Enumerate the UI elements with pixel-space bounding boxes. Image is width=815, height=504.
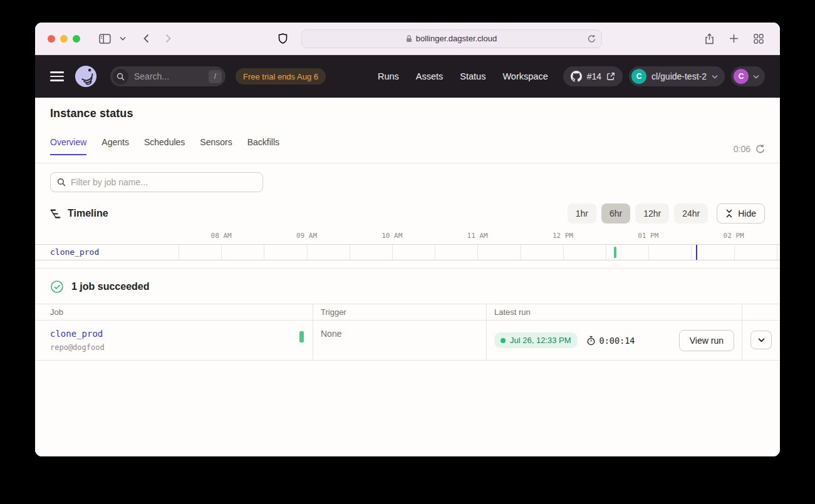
search-icon <box>57 178 66 187</box>
close-window-button[interactable] <box>48 35 55 43</box>
timeline-grid <box>179 245 780 260</box>
timeline-row: clone_prod <box>35 244 780 260</box>
zoom-window-button[interactable] <box>73 35 80 43</box>
tab-agents[interactable]: Agents <box>101 137 129 155</box>
sidebar-chevron-down-icon[interactable] <box>116 30 130 48</box>
latest-run-cell: Jul 26, 12:33 PM 0:00:14 View run <box>487 321 742 361</box>
column-header-trigger: Trigger <box>313 304 487 321</box>
address-bar[interactable]: bollinger.dagster.cloud <box>301 29 602 48</box>
jobs-table: Job Trigger Latest run clone_prod repo@d… <box>35 304 780 361</box>
job-status-tag[interactable] <box>299 331 304 342</box>
summary-row: 1 job succeeded <box>35 269 780 304</box>
back-button[interactable] <box>140 30 153 48</box>
collapse-icon <box>725 209 733 218</box>
summary-text: 1 job succeeded <box>71 281 150 292</box>
url-text: bollinger.dagster.cloud <box>416 34 497 43</box>
sidebar-toggle-icon[interactable] <box>95 30 115 48</box>
tab-backfills[interactable]: Backfills <box>247 137 279 155</box>
privacy-shield-icon[interactable] <box>274 30 291 48</box>
forward-button[interactable] <box>162 30 175 48</box>
axis-tick: 12 PM <box>553 232 573 240</box>
axis-tick: 09 AM <box>296 232 317 240</box>
row-actions-cell <box>742 321 780 361</box>
job-filter-input[interactable] <box>71 177 246 187</box>
refresh-icon[interactable] <box>755 144 765 154</box>
now-cursor <box>696 245 697 260</box>
view-run-button[interactable]: View run <box>679 330 734 351</box>
run-duration: 0:00:14 <box>586 336 635 346</box>
instance-status-page: Instance status Overview Agents Schedule… <box>35 98 780 456</box>
job-repo: repo@dogfood <box>50 343 305 352</box>
axis-tick: 01 PM <box>638 232 658 240</box>
timeline-axis: 08 AM 09 AM 10 AM 11 AM 12 PM 01 PM 02 P… <box>179 224 780 244</box>
user-menu[interactable]: C <box>731 66 765 86</box>
chevron-down-icon <box>712 75 718 79</box>
run-time-badge[interactable]: Jul 26, 12:33 PM <box>494 332 578 348</box>
reload-icon[interactable] <box>588 34 596 43</box>
axis-tick: 11 AM <box>467 232 488 240</box>
page-header: Instance status Overview Agents Schedule… <box>35 98 780 163</box>
range-6hr-button[interactable]: 6hr <box>601 203 630 224</box>
new-tab-icon[interactable] <box>725 30 742 48</box>
range-24hr-button[interactable]: 24hr <box>674 203 708 224</box>
user-avatar: C <box>734 69 749 84</box>
timeline-title: Timeline <box>68 208 108 219</box>
column-header-actions <box>742 304 780 321</box>
browser-window: bollinger.dagster.cloud <box>35 23 780 456</box>
nav-link-assets[interactable]: Assets <box>416 71 444 81</box>
traffic-lights <box>48 35 80 43</box>
deployment-switcher[interactable]: C cl/guide-test-2 <box>629 66 725 86</box>
page-title: Instance status <box>50 107 765 120</box>
stopwatch-icon <box>586 336 596 346</box>
row-menu-button[interactable] <box>750 331 772 349</box>
column-header-job: Job <box>35 304 313 321</box>
column-header-latest-run: Latest run <box>487 304 742 321</box>
duration-text: 0:00:14 <box>600 336 635 346</box>
tab-bar: Overview Agents Schedules Sensors Backfi… <box>50 137 765 155</box>
range-12hr-button[interactable]: 12hr <box>635 203 669 224</box>
timeline-header: Timeline 1hr 6hr 12hr 24hr Hide <box>50 203 765 224</box>
trial-badge[interactable]: Free trial ends Aug 6 <box>236 68 326 85</box>
app-navbar: Search... / Free trial ends Aug 6 Runs A… <box>35 55 780 98</box>
menu-icon[interactable] <box>50 71 64 81</box>
tab-overview[interactable]: Overview <box>50 137 86 155</box>
timeline-icon <box>50 208 61 219</box>
deployment-name: cl/guide-test-2 <box>651 71 707 81</box>
success-check-icon <box>50 280 64 294</box>
search-shortcut-key: / <box>209 70 222 83</box>
tab-sensors[interactable]: Sensors <box>200 137 232 155</box>
job-link[interactable]: clone_prod <box>50 329 305 339</box>
chevron-down-icon <box>758 337 765 342</box>
dagster-logo[interactable] <box>74 64 98 88</box>
nav-link-runs[interactable]: Runs <box>378 71 399 81</box>
nav-link-workspace[interactable]: Workspace <box>502 71 548 81</box>
hide-timeline-button[interactable]: Hide <box>717 203 765 224</box>
external-link-icon <box>606 72 615 81</box>
chevron-down-icon <box>753 75 759 79</box>
axis-tick: 08 AM <box>211 232 232 240</box>
run-marker[interactable] <box>614 247 616 258</box>
nav-link-status[interactable]: Status <box>460 71 485 81</box>
success-dot-icon <box>501 338 506 343</box>
refresh-countdown: 0:06 <box>734 144 750 154</box>
global-search-input[interactable]: Search... / <box>110 66 226 86</box>
range-1hr-button[interactable]: 1hr <box>568 203 596 224</box>
browser-toolbar: bollinger.dagster.cloud <box>35 23 780 55</box>
minimize-window-button[interactable] <box>60 35 68 43</box>
lock-icon <box>406 35 412 43</box>
github-pr-number: #14 <box>587 71 601 81</box>
timeline-job-label[interactable]: clone_prod <box>35 245 179 260</box>
search-placeholder: Search... <box>134 71 169 81</box>
axis-tick: 10 AM <box>382 232 402 240</box>
github-icon <box>571 71 582 82</box>
axis-tick: 02 PM <box>724 232 744 240</box>
trigger-cell: None <box>313 321 487 361</box>
job-cell: clone_prod repo@dogfood <box>35 321 313 361</box>
github-pr-link[interactable]: #14 <box>563 66 623 86</box>
deployment-avatar: C <box>631 69 646 84</box>
tab-overview-icon[interactable] <box>750 30 767 48</box>
tab-schedules[interactable]: Schedules <box>144 137 185 155</box>
search-icon <box>113 69 128 85</box>
share-icon[interactable] <box>701 30 718 48</box>
job-filter-field <box>50 172 263 192</box>
